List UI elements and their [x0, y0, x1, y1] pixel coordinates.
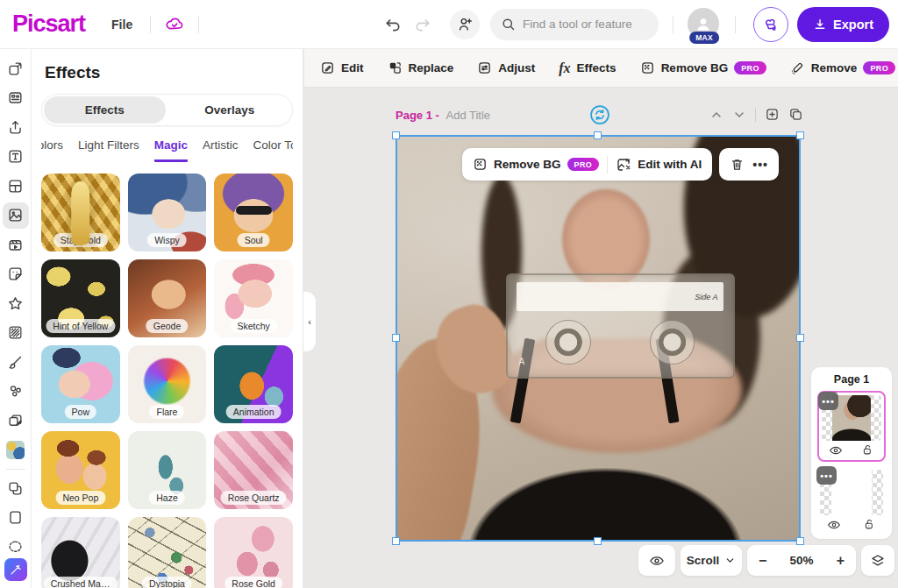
scroll-mode-dropdown[interactable]: Scroll [681, 545, 742, 576]
effect-tile-crushed-marble[interactable]: Crushed Marble [41, 517, 120, 588]
redo-button[interactable] [408, 10, 438, 39]
picsart-logo[interactable]: Picsart [12, 11, 85, 38]
plan-offer-icon[interactable] [753, 7, 788, 42]
photo-woman-cassette: Side A A [397, 137, 799, 540]
adjust-button[interactable]: Adjust [477, 60, 535, 75]
recent-image-thumbnail[interactable] [3, 437, 29, 464]
layer-unlock-icon[interactable] [861, 443, 874, 457]
workspace: Edit Replace Adjust fx Effects Remove BG… [304, 49, 898, 588]
resize-icon[interactable] [3, 55, 29, 81]
effect-tile-neo-pop[interactable]: Neo Pop [41, 431, 120, 509]
layer-card-photo[interactable]: ••• [817, 391, 886, 462]
layer-visibility-eye-icon[interactable] [829, 443, 843, 457]
layouts-icon[interactable] [3, 173, 29, 199]
effect-label: Sketchy [230, 319, 276, 333]
tab-magic[interactable]: Magic [154, 138, 188, 162]
cloud-saved-icon[interactable] [160, 11, 189, 38]
resize-handle-left[interactable] [392, 334, 400, 342]
segment-overlays[interactable]: Overlays [169, 96, 291, 124]
edit-layers-icon[interactable] [3, 407, 29, 434]
effect-tile-pow[interactable]: Pow [41, 345, 120, 423]
templates-icon[interactable] [3, 85, 29, 111]
zoom-level[interactable]: 50% [789, 554, 813, 567]
upload-icon[interactable] [3, 114, 29, 140]
stickers-icon[interactable] [3, 261, 29, 287]
layer-more-button[interactable]: ••• [816, 466, 837, 485]
effect-tile-rose-gold[interactable]: Rose Gold [214, 517, 293, 588]
effect-tile-geode[interactable]: Geode [128, 259, 207, 337]
remove-bg-button[interactable]: Remove BG PRO [640, 60, 766, 75]
effect-tile-soul[interactable]: Soul [214, 174, 293, 251]
edit-button[interactable]: Edit [320, 60, 364, 75]
dash: - [436, 109, 439, 122]
resize-handle-top[interactable] [594, 131, 602, 139]
replace-button[interactable]: Replace [388, 60, 454, 75]
add-title-placeholder[interactable]: Add Title [446, 109, 491, 122]
layer-card-blank[interactable]: ••• [817, 467, 886, 535]
resize-handle-top-left[interactable] [392, 131, 400, 139]
max-plan-badge: MAX [689, 32, 719, 44]
preview-eye-button[interactable] [638, 545, 675, 576]
user-avatar[interactable]: MAX [688, 8, 721, 41]
tab-light-filters[interactable]: Light Filters [78, 138, 139, 162]
effect-tile-haze[interactable]: Haze [128, 431, 207, 509]
selection-remove-bg-button[interactable]: Remove BG PRO [473, 157, 599, 172]
sync-icon[interactable] [588, 103, 611, 126]
resize-handle-bottom-left[interactable] [392, 537, 400, 545]
blank-page-icon[interactable] [3, 505, 29, 531]
file-menu[interactable]: File [103, 12, 141, 37]
zoom-control: − 50% + [747, 545, 856, 576]
undo-button[interactable] [378, 10, 408, 39]
layer-unlock-icon[interactable] [863, 518, 876, 532]
effect-tile-animation[interactable]: Animation [214, 345, 293, 423]
layers-button[interactable] [861, 545, 894, 576]
duplicate-page-icon[interactable] [788, 107, 803, 122]
remove-button[interactable]: Remove PRO [790, 60, 895, 75]
chevron-down-icon[interactable] [732, 108, 746, 122]
resize-handle-right[interactable] [796, 334, 804, 342]
color-fill-icon[interactable] [3, 475, 29, 501]
delete-icon[interactable] [730, 157, 745, 172]
photos-icon[interactable] [3, 202, 29, 229]
effect-tile-rose-quartz[interactable]: Rose Quartz [214, 431, 293, 509]
layer-visibility-eye-icon[interactable] [827, 518, 841, 532]
texture-icon[interactable] [3, 320, 29, 346]
selected-image[interactable]: Side A A [396, 135, 801, 542]
tab-color-tone[interactable]: Color Tone [253, 138, 293, 162]
effect-tile-flare[interactable]: Flare [128, 345, 207, 423]
resize-handle-top-right[interactable] [796, 131, 804, 139]
resize-handle-bottom-right[interactable] [796, 537, 804, 545]
video-icon[interactable] [3, 231, 29, 258]
effect-tile-hint-of-yellow[interactable]: Hint of Yellow [41, 259, 120, 337]
selection-more-button[interactable]: ••• [752, 158, 768, 172]
export-button[interactable]: Export [797, 7, 889, 42]
search-input[interactable]: Find a tool or feature [490, 9, 659, 40]
divider [150, 16, 151, 33]
segment-effects[interactable]: Effects [44, 96, 166, 124]
cutout-icon[interactable] [3, 534, 29, 560]
edit-with-ai-button[interactable]: AI Edit with AI [616, 157, 702, 173]
tab-colors[interactable]: Colors [41, 138, 63, 162]
effect-tile-wispy[interactable]: Wispy [128, 174, 207, 251]
effects-button[interactable]: fx Effects [559, 60, 616, 76]
tab-artistic[interactable]: Artistic [203, 138, 239, 162]
add-page-icon[interactable] [765, 107, 780, 122]
zoom-in-button[interactable]: + [837, 553, 845, 569]
effect-tile-sketchy[interactable]: Sketchy [214, 259, 293, 337]
page-title[interactable]: Page 1 - Add Title [396, 109, 490, 122]
draw-brush-icon[interactable] [3, 349, 29, 375]
ai-tools-button[interactable] [4, 558, 27, 581]
text-icon[interactable] [3, 144, 29, 170]
effect-tile-dystopia[interactable]: Dystopia [128, 517, 207, 588]
invite-collaborator-button[interactable] [450, 10, 480, 39]
elements-shapes-icon[interactable] [3, 379, 29, 405]
panel-collapse-button[interactable]: ‹ [303, 291, 317, 352]
rail-divider [6, 469, 25, 470]
layer-more-button[interactable]: ••• [818, 392, 838, 410]
effect-tile-stay-gold[interactable]: Stay Gold [41, 174, 120, 251]
resize-handle-bottom[interactable] [594, 537, 602, 545]
favorites-star-icon[interactable] [3, 290, 29, 316]
chevron-up-icon[interactable] [709, 108, 723, 122]
zoom-out-button[interactable]: − [759, 553, 766, 569]
cassette-a-mark: A [519, 357, 525, 366]
